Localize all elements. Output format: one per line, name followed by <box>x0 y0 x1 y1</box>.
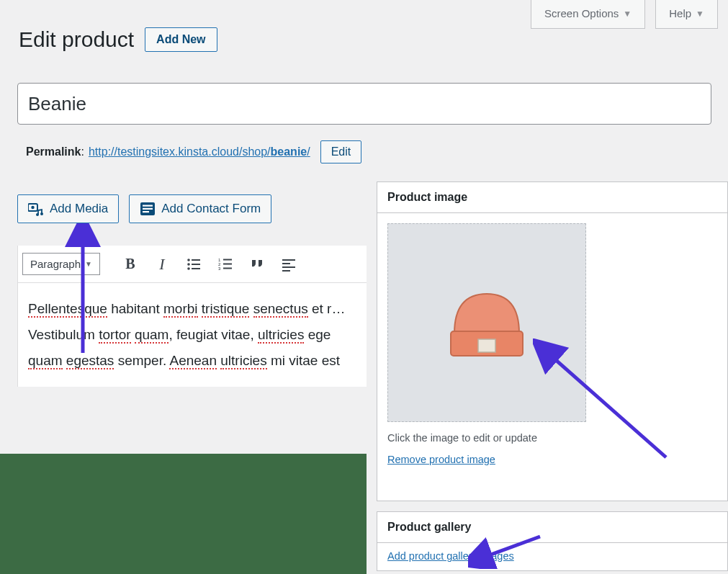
product-image-panel: Product image Click the image to edit or… <box>377 181 728 501</box>
camera-music-icon <box>28 202 44 216</box>
svg-rect-9 <box>192 259 200 261</box>
permalink-base: http://testingsitex.kinsta.cloud/shop/ <box>89 145 271 158</box>
align-left-icon <box>282 257 296 272</box>
page-title: Edit product <box>19 27 134 52</box>
svg-rect-20 <box>282 259 295 261</box>
svg-point-1 <box>31 206 34 209</box>
add-contact-form-label: Add Contact Form <box>161 202 261 216</box>
help-tab[interactable]: Help ▼ <box>655 0 718 29</box>
permalink-slug: beanie <box>271 145 307 158</box>
screen-options-tab[interactable]: Screen Options ▼ <box>531 0 645 29</box>
svg-point-2 <box>36 213 39 216</box>
svg-rect-5 <box>143 205 153 207</box>
quote-icon <box>250 257 264 272</box>
form-icon <box>140 202 156 216</box>
svg-rect-21 <box>282 263 290 264</box>
product-image-thumbnail[interactable] <box>387 223 586 422</box>
permalink-link[interactable]: http://testingsitex.kinsta.cloud/shop/be… <box>89 145 310 158</box>
align-left-button[interactable] <box>274 250 303 279</box>
add-contact-form-button[interactable]: Add Contact Form <box>129 194 271 223</box>
screen-options-label: Screen Options <box>544 7 619 19</box>
editor-content[interactable]: Pellentesque habitant morbi tristique se… <box>17 283 367 387</box>
svg-rect-7 <box>143 211 149 212</box>
svg-rect-17 <box>223 263 232 264</box>
chevron-down-icon: ▼ <box>696 9 704 19</box>
add-gallery-images-link[interactable]: Add product gallery images <box>387 550 514 562</box>
blockquote-button[interactable] <box>243 250 271 279</box>
svg-point-10 <box>187 263 190 266</box>
svg-point-12 <box>187 267 190 270</box>
list-ul-icon <box>187 257 201 272</box>
svg-rect-11 <box>192 264 200 265</box>
permalink-row: Permalink: http://testingsitex.kinsta.cl… <box>26 140 361 163</box>
help-label: Help <box>669 7 691 19</box>
format-select[interactable]: Paragraph ▼ <box>22 253 100 275</box>
remove-product-image-link[interactable]: Remove product image <box>387 454 495 465</box>
chevron-down-icon: ▼ <box>623 9 632 19</box>
add-media-button[interactable]: Add Media <box>17 194 119 223</box>
decorative-block <box>0 454 367 574</box>
add-new-button[interactable]: Add New <box>145 27 217 52</box>
add-media-label: Add Media <box>50 202 108 216</box>
edit-permalink-button[interactable]: Edit <box>320 140 362 163</box>
svg-rect-6 <box>143 208 153 210</box>
bold-button[interactable]: B <box>116 250 145 279</box>
editor-toolbar: Paragraph ▼ B I 123 <box>17 246 367 283</box>
product-image-caption: Click the image to edit or update <box>387 432 717 444</box>
product-gallery-title: Product gallery <box>377 512 727 543</box>
svg-point-3 <box>40 212 43 215</box>
bullet-list-button[interactable] <box>179 250 208 279</box>
svg-point-8 <box>187 259 190 261</box>
chevron-down-icon: ▼ <box>85 260 92 268</box>
svg-text:3: 3 <box>218 266 221 271</box>
product-gallery-panel: Product gallery Add product gallery imag… <box>377 511 728 571</box>
svg-rect-25 <box>478 339 495 352</box>
product-image-title: Product image <box>377 182 727 213</box>
beanie-icon <box>436 272 537 373</box>
svg-rect-13 <box>192 268 200 269</box>
permalink-label: Permalink <box>26 145 81 158</box>
svg-rect-23 <box>282 270 290 272</box>
numbered-list-button[interactable]: 123 <box>211 250 240 279</box>
svg-rect-22 <box>282 266 295 268</box>
svg-rect-15 <box>223 259 232 260</box>
italic-button[interactable]: I <box>148 250 176 279</box>
svg-rect-19 <box>223 267 232 269</box>
product-title-input[interactable] <box>17 83 711 125</box>
format-label: Paragraph <box>30 258 81 270</box>
list-ol-icon: 123 <box>218 257 233 272</box>
